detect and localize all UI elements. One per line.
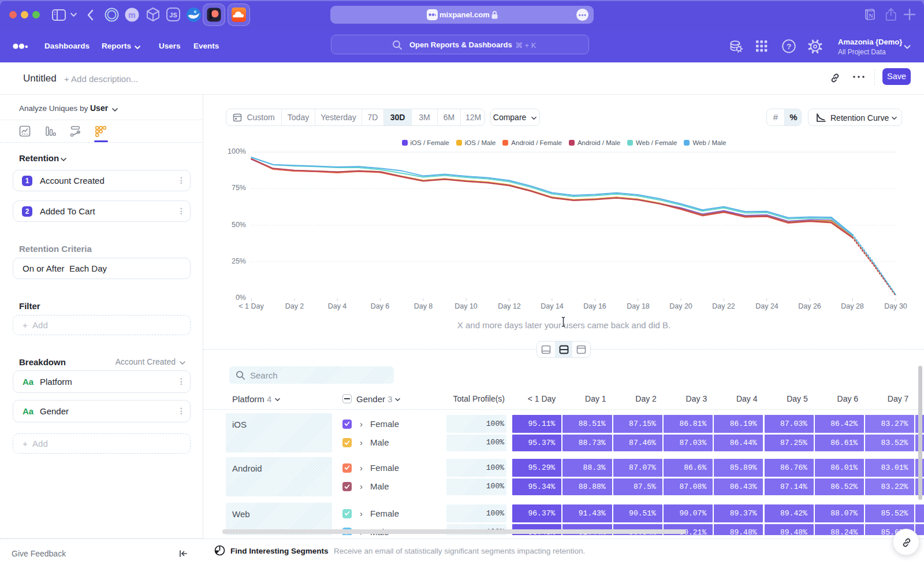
svg-text:JS: JS [169, 12, 177, 18]
svg-text:m: m [128, 10, 135, 20]
svg-text:N: N [869, 12, 873, 19]
svg-text:?: ? [787, 42, 791, 51]
